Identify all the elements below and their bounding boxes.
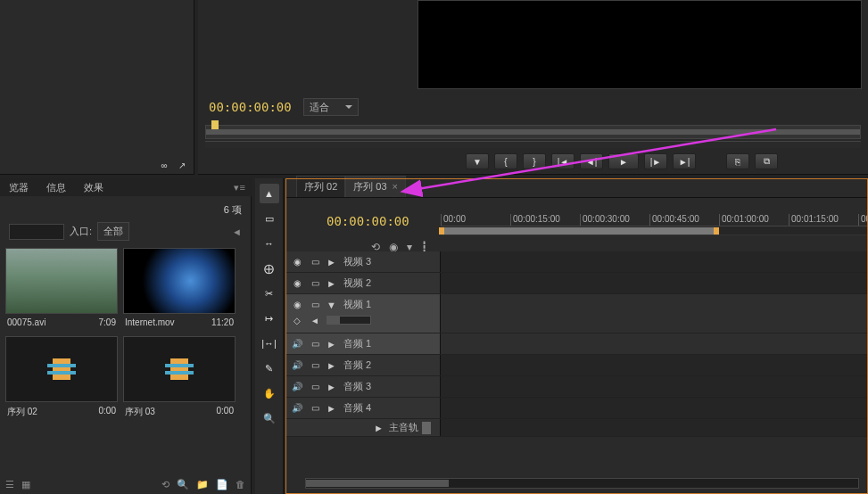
new-item-icon[interactable]: 📄 xyxy=(216,479,228,490)
eye-icon[interactable]: ◉ xyxy=(291,300,303,310)
timeline-timecode[interactable]: 00:00:00:00 xyxy=(327,214,409,228)
hand-tool[interactable]: ✋ xyxy=(260,383,279,403)
ruler-tick: 00:01:00:00 xyxy=(719,214,789,226)
lock-icon[interactable]: ▭ xyxy=(309,300,321,310)
icon-view-icon[interactable]: ▦ xyxy=(21,479,30,490)
project-search-input[interactable] xyxy=(9,224,64,240)
extract-button[interactable]: ⧉ xyxy=(755,153,778,169)
expand-icon[interactable]: ► xyxy=(327,339,336,350)
track-select-tool[interactable]: ▭ xyxy=(260,209,279,228)
mark-button[interactable]: ▼ xyxy=(466,153,489,169)
lock-icon[interactable]: ▭ xyxy=(309,360,321,371)
lock-icon[interactable]: ▭ xyxy=(309,339,321,350)
bin-item[interactable]: 00075.avi7:09 xyxy=(5,248,118,331)
master-track[interactable]: ►主音轨 xyxy=(285,419,868,437)
master-toggle[interactable] xyxy=(422,422,431,434)
workbar-end-handle[interactable] xyxy=(714,227,719,235)
video-track[interactable]: ◉▭►视频 2 xyxy=(285,273,868,294)
timeline-panel: 序列 02 序列 03× 00:00:00:00 ⟲ ◉ ▾ ┇ 00:00 0… xyxy=(285,178,868,494)
in-button[interactable]: { xyxy=(494,153,517,169)
bin-item[interactable]: Internet.mov11:20 xyxy=(123,248,236,331)
find-icon[interactable]: 🔍 xyxy=(177,479,189,490)
step-fwd-button[interactable]: |► xyxy=(644,153,667,169)
goto-in-button[interactable]: |◄ xyxy=(551,153,575,169)
expand-icon[interactable]: ► xyxy=(327,278,336,289)
track-label: 视频 3 xyxy=(343,255,371,268)
timeline-ruler[interactable]: 00:00 00:00:15:00 00:00:30:00 00:00:45:0… xyxy=(441,214,868,244)
work-area-bar[interactable] xyxy=(441,227,717,235)
slip-tool[interactable]: ↦ xyxy=(260,309,279,328)
speaker-icon[interactable]: 🔊 xyxy=(291,339,303,350)
razor-tool[interactable]: ✂ xyxy=(260,284,279,303)
tab-effects[interactable]: 效果 xyxy=(75,178,112,197)
link-icon[interactable]: ∞ xyxy=(158,160,170,170)
video-track[interactable]: ◉▭▼视频 1 ◇◄ xyxy=(285,294,868,333)
tab-browser[interactable]: 览器 xyxy=(0,178,37,197)
list-view-icon[interactable]: ☰ xyxy=(5,479,14,490)
scrollbar-thumb[interactable] xyxy=(306,480,449,487)
audio-track[interactable]: 🔊▭►音频 1 xyxy=(285,333,868,355)
track-label: 音频 4 xyxy=(343,401,371,415)
new-bin-icon[interactable]: 📁 xyxy=(196,479,209,490)
zoom-tool[interactable]: 🔍 xyxy=(260,408,279,428)
delete-icon[interactable]: 🗑 xyxy=(236,479,245,490)
prev-key-icon[interactable]: ◄ xyxy=(309,315,321,325)
timeline-zoom-scrollbar[interactable] xyxy=(305,478,859,489)
pen-tool[interactable]: ✎ xyxy=(260,358,279,378)
sequence-icon xyxy=(53,358,70,380)
tab-info[interactable]: 信息 xyxy=(37,178,75,197)
program-scrubber[interactable] xyxy=(205,125,861,139)
goto-out-button[interactable]: ►| xyxy=(673,153,696,169)
lock-icon[interactable]: ▭ xyxy=(309,403,321,414)
slide-tool[interactable]: |↔| xyxy=(260,333,279,353)
audio-track[interactable]: 🔊▭►音频 4 xyxy=(285,398,868,419)
zoom-fit-dropdown[interactable]: 适合 xyxy=(303,98,359,116)
chevron-left-icon[interactable]: ◄ xyxy=(232,226,242,237)
speaker-icon[interactable]: 🔊 xyxy=(291,360,303,371)
expand-icon[interactable]: ► xyxy=(374,423,384,433)
opacity-slider[interactable] xyxy=(327,316,371,325)
eye-icon[interactable]: ◉ xyxy=(291,278,303,289)
sequence-tab[interactable]: 序列 03× xyxy=(345,176,406,197)
panel-menu-icon[interactable]: ▾≡ xyxy=(234,182,246,193)
expand-icon[interactable]: ► xyxy=(327,382,336,392)
step-back-button[interactable]: ◄| xyxy=(580,153,603,169)
transport-controls: ▼ { } |◄ ◄| ► |► ►| ⎘ ⧉ xyxy=(466,153,778,169)
rolling-tool[interactable]: ⨁ xyxy=(260,259,279,278)
program-timecode[interactable]: 00:00:00:00 xyxy=(209,100,292,114)
program-monitor: 00:00:00:00 适合 ▼ { } |◄ ◄| ► |► ►| ⎘ ⧉ xyxy=(198,0,868,175)
selection-tool[interactable]: ▲ xyxy=(260,184,279,203)
collapse-icon[interactable]: ▼ xyxy=(327,300,336,310)
keyframe-icon[interactable]: ◇ xyxy=(291,315,303,325)
bin-item[interactable]: 序列 030:00 xyxy=(123,336,236,422)
workbar-start-handle[interactable] xyxy=(439,227,444,235)
auto-match-icon[interactable]: ⟲ xyxy=(161,479,169,490)
out-button[interactable]: } xyxy=(523,153,546,169)
export-icon[interactable]: ↗ xyxy=(176,160,188,170)
program-playhead[interactable] xyxy=(211,120,219,129)
clip-duration: 11:20 xyxy=(211,317,234,327)
eye-icon[interactable]: ◉ xyxy=(291,257,303,268)
expand-icon[interactable]: ► xyxy=(327,360,336,371)
close-icon[interactable]: × xyxy=(393,181,398,192)
lift-button[interactable]: ⎘ xyxy=(726,153,749,169)
lock-icon[interactable]: ▭ xyxy=(309,257,321,268)
sequence-tab[interactable]: 序列 02 xyxy=(296,176,345,197)
lock-icon[interactable]: ▭ xyxy=(309,278,321,289)
lock-icon[interactable]: ▭ xyxy=(309,382,321,392)
bin-item[interactable]: 序列 020:00 xyxy=(5,336,118,422)
clip-name: Internet.mov xyxy=(125,317,175,327)
video-track[interactable]: ◉▭►视频 3 xyxy=(285,251,868,273)
play-button[interactable]: ► xyxy=(608,153,639,169)
audio-track[interactable]: 🔊▭►音频 3 xyxy=(285,376,868,398)
expand-icon[interactable]: ► xyxy=(327,257,336,268)
ripple-tool[interactable]: ↔ xyxy=(260,234,279,253)
entry-filter-dropdown[interactable]: 全部 xyxy=(97,222,129,241)
audio-track[interactable]: 🔊▭►音频 2 xyxy=(285,355,868,376)
expand-icon[interactable]: ► xyxy=(327,403,336,414)
speaker-icon[interactable]: 🔊 xyxy=(291,403,303,414)
ruler-tick: 00:01:15:00 xyxy=(789,214,858,226)
sequence-thumbnail xyxy=(123,336,236,402)
speaker-icon[interactable]: 🔊 xyxy=(291,382,303,392)
clip-name: 序列 02 xyxy=(7,406,37,418)
